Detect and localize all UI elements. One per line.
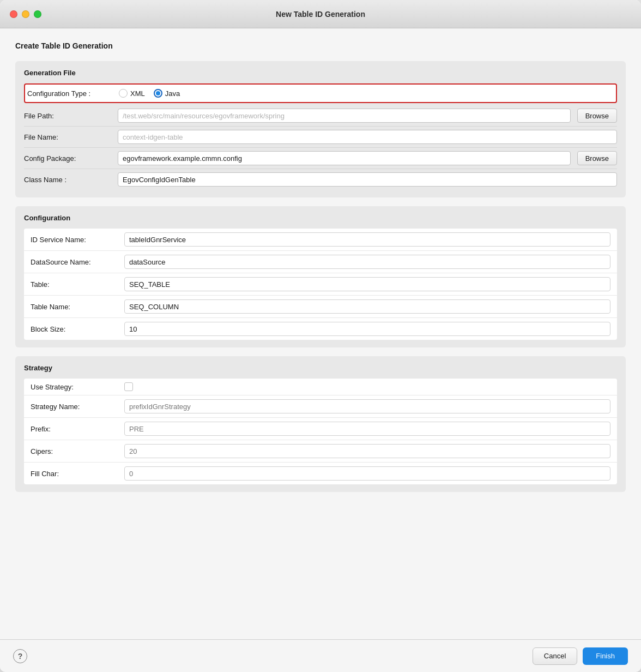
datasource-name-label: DataSource Name: <box>31 258 118 266</box>
table-name-label: Table Name: <box>31 303 118 311</box>
prefix-row: Prefix: <box>24 418 617 440</box>
bottom-bar: ? Cancel Finish <box>0 639 641 672</box>
configuration-section: Configuration ID Service Name: DataSourc… <box>15 206 626 347</box>
strategy-name-row: Strategy Name: <box>24 395 617 418</box>
strategy-inner: Use Strategy: Strategy Name: Prefix: Cip… <box>24 379 617 484</box>
class-name-label: Class Name : <box>24 176 111 184</box>
file-path-browse-button[interactable]: Browse <box>577 109 617 123</box>
configuration-title: Configuration <box>24 214 617 222</box>
generation-file-title: Generation File <box>24 69 617 77</box>
id-service-name-row: ID Service Name: <box>24 229 617 251</box>
file-path-row: File Path: Browse <box>24 105 617 126</box>
table-row: Table: <box>24 273 617 296</box>
use-strategy-label: Use Strategy: <box>31 383 118 391</box>
file-name-row: File Name: <box>24 126 617 147</box>
config-package-input[interactable] <box>118 151 571 165</box>
configuration-inner: ID Service Name: DataSource Name: Table:… <box>24 229 617 340</box>
file-path-input[interactable] <box>118 109 571 123</box>
help-button[interactable]: ? <box>13 649 27 663</box>
config-type-label: Configuration Type : <box>27 89 112 98</box>
fill-char-label: Fill Char: <box>31 470 118 478</box>
radio-java-option[interactable]: Java <box>154 89 180 98</box>
config-package-label: Config Package: <box>24 154 111 163</box>
configuration-type-row: Configuration Type : XML Java <box>24 83 617 103</box>
window-title: New Table ID Generation <box>276 10 365 19</box>
block-size-input[interactable] <box>124 322 610 336</box>
use-strategy-row: Use Strategy: <box>24 379 617 395</box>
radio-xml-option[interactable]: XML <box>119 89 145 98</box>
block-size-row: Block Size: <box>24 318 617 340</box>
prefix-label: Prefix: <box>31 425 118 433</box>
page-subtitle: Create Table ID Generation <box>15 41 626 50</box>
strategy-title: Strategy <box>24 364 617 372</box>
class-name-row: Class Name : <box>24 169 617 190</box>
action-buttons: Cancel Finish <box>533 647 628 665</box>
strategy-name-input[interactable] <box>124 399 610 413</box>
config-package-browse-button[interactable]: Browse <box>577 151 617 165</box>
file-name-input[interactable] <box>118 130 617 144</box>
radio-java-label: Java <box>165 89 180 98</box>
strategy-section: Strategy Use Strategy: Strategy Name: Pr… <box>15 356 626 492</box>
fill-char-input[interactable] <box>124 466 610 481</box>
fill-char-row: Fill Char: <box>24 463 617 484</box>
generation-file-section: Generation File Configuration Type : XML… <box>15 61 626 197</box>
radio-xml-circle[interactable] <box>119 89 128 98</box>
config-type-radio-group: XML Java <box>119 89 180 98</box>
radio-xml-label: XML <box>130 89 145 98</box>
datasource-name-row: DataSource Name: <box>24 251 617 273</box>
use-strategy-checkbox[interactable] <box>124 382 133 391</box>
class-name-input[interactable] <box>118 172 617 187</box>
cipers-input[interactable] <box>124 444 610 458</box>
cipers-row: Cipers: <box>24 440 617 463</box>
table-name-row: Table Name: <box>24 296 617 318</box>
traffic-lights <box>10 10 41 18</box>
file-path-label: File Path: <box>24 112 111 120</box>
datasource-name-input[interactable] <box>124 255 610 269</box>
minimize-button[interactable] <box>22 10 29 18</box>
main-content: Create Table ID Generation Generation Fi… <box>0 28 641 639</box>
table-name-input[interactable] <box>124 299 610 314</box>
main-window: New Table ID Generation Create Table ID … <box>0 0 641 672</box>
finish-button[interactable]: Finish <box>583 647 628 665</box>
use-strategy-checkbox-wrapper <box>124 382 133 391</box>
maximize-button[interactable] <box>34 10 41 18</box>
close-button[interactable] <box>10 10 17 18</box>
table-label: Table: <box>31 280 118 289</box>
id-service-name-label: ID Service Name: <box>31 236 118 244</box>
strategy-name-label: Strategy Name: <box>31 403 118 411</box>
cipers-label: Cipers: <box>31 447 118 455</box>
block-size-label: Block Size: <box>31 325 118 333</box>
cancel-button[interactable]: Cancel <box>533 647 577 665</box>
id-service-name-input[interactable] <box>124 232 610 247</box>
prefix-input[interactable] <box>124 422 610 436</box>
radio-java-circle[interactable] <box>154 89 162 98</box>
config-package-row: Config Package: Browse <box>24 147 617 169</box>
file-name-label: File Name: <box>24 133 111 141</box>
table-input[interactable] <box>124 277 610 291</box>
title-bar: New Table ID Generation <box>0 0 641 28</box>
